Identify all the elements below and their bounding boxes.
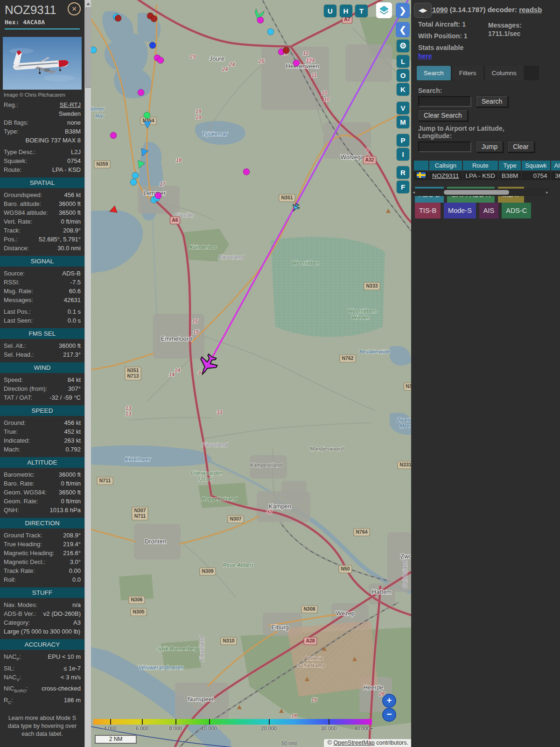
map-button-o[interactable]: O	[397, 69, 409, 82]
aircraft-marker[interactable]	[110, 132, 117, 139]
data-row: Ground:456 kt	[4, 418, 81, 427]
data-row: ADS-B Ver.:v2 (DO-260B)	[4, 609, 81, 618]
aircraft-marker[interactable]	[115, 15, 121, 21]
stats-here-link[interactable]: here	[418, 52, 432, 60]
jump-label: Jump to Airport or Latitude, Longitude:	[418, 125, 525, 140]
tab-search[interactable]: Search	[417, 66, 451, 80]
map-label: Zwolle	[400, 553, 411, 560]
svg-text:N309: N309	[202, 568, 213, 574]
map-label: Meer	[400, 423, 411, 429]
aircraft-marker[interactable]	[144, 112, 150, 119]
map-button-v[interactable]: V	[397, 102, 409, 114]
table-horizontal-scrollbar[interactable]: ◂ ▸	[411, 189, 550, 196]
aircraft-marker[interactable]	[257, 17, 264, 23]
map-label: 25	[258, 58, 265, 64]
aircraft-marker[interactable]	[149, 42, 156, 49]
clear-search-button[interactable]: Clear Search	[418, 110, 468, 121]
layers-button[interactable]	[376, 2, 392, 18]
row-value: 36000 ft	[59, 199, 81, 208]
aircraft-marker[interactable]	[155, 192, 161, 199]
road-shield: N308	[301, 606, 317, 613]
callsign-link[interactable]: NOZ9311	[432, 172, 459, 179]
hscroll-thumb[interactable]	[444, 190, 509, 195]
row-label: Source:	[4, 269, 25, 278]
col-header[interactable]: Alt. (ft)	[551, 161, 560, 170]
data-row: Distance:30.0 nmi	[4, 244, 81, 253]
aircraft-photo[interactable]	[3, 37, 82, 90]
map-label: 33	[217, 409, 223, 415]
zoom-in-button[interactable]: +	[382, 694, 396, 708]
row-label: DB flags:	[4, 118, 28, 127]
svg-text:N310: N310	[223, 638, 234, 643]
section-header-direction: DIRECTION	[0, 518, 84, 529]
map-button-p[interactable]: P	[397, 134, 409, 147]
jump-input[interactable]	[418, 141, 471, 152]
table-row[interactable]: NOZ9311LPA - KSDB38M075436000	[414, 171, 560, 180]
tab-columns[interactable]: Columns	[485, 66, 524, 80]
map-label: Uiterwaarden	[191, 470, 223, 476]
search-input[interactable]	[418, 96, 471, 107]
row-value: 186 m	[64, 696, 81, 707]
aircraft-marker[interactable]	[151, 15, 157, 22]
map-button-u[interactable]: U	[324, 5, 336, 17]
section-header-stuff: STUFF	[0, 587, 84, 598]
aircraft-marker[interactable]	[243, 169, 250, 175]
map-button-l[interactable]: L	[397, 55, 409, 68]
map-label: IJssel	[198, 476, 212, 482]
svg-text:N50: N50	[341, 566, 350, 571]
map-button-f[interactable]: F	[397, 181, 409, 193]
data-row: NACV:< 3 m/s	[4, 673, 81, 684]
aircraft-marker[interactable]	[267, 28, 274, 35]
expand-sidebar-button[interactable]: ❯	[396, 3, 410, 18]
settings-gear-button[interactable]: ⚙	[397, 40, 409, 52]
aircraft-marker[interactable]	[132, 172, 139, 179]
sidebar-width-toggle[interactable]: ◀▶	[414, 3, 432, 18]
badge-tis-b[interactable]: TIS-B	[415, 203, 441, 218]
map-button-i[interactable]: I	[397, 148, 409, 161]
left-panel-scrollbar[interactable]	[84, 0, 91, 747]
collapse-sidebar-button[interactable]: ❮	[396, 22, 410, 37]
map-button-k[interactable]: K	[397, 83, 409, 96]
map-button-h[interactable]: H	[340, 5, 352, 17]
data-row: Ground Track:208.9°	[4, 531, 81, 540]
aircraft-marker[interactable]	[293, 60, 300, 66]
col-header[interactable]: Callsign	[429, 161, 462, 170]
row-label: Groundspeed:	[4, 190, 42, 199]
close-icon[interactable]: ✕	[68, 2, 81, 15]
tab-filters[interactable]: Filters	[452, 66, 483, 80]
map-canvas[interactable]: JoureHeerenveenWolvegaLemmerEmmeloordKam…	[91, 0, 411, 747]
search-button[interactable]: Search	[476, 96, 508, 107]
badge-mode-s[interactable]: Mode-S	[444, 203, 476, 218]
aircraft-marker[interactable]	[138, 89, 144, 96]
aircraft-marker[interactable]	[91, 47, 97, 53]
svg-text:N331: N331	[399, 462, 411, 467]
row-value: L2J	[71, 148, 81, 156]
col-header[interactable]: Route	[463, 161, 498, 170]
hscroll-right-arrow-icon[interactable]: ▸	[546, 190, 548, 195]
map-button-r[interactable]: R	[397, 166, 409, 179]
row-value[interactable]: SE-RTJ	[60, 100, 81, 109]
map-button-t[interactable]: T	[355, 5, 368, 17]
legend-tick	[175, 719, 176, 725]
scroll-up-arrow-icon[interactable]	[86, 2, 90, 5]
badge-ads-c[interactable]: ADS-C	[502, 203, 531, 218]
jump-button[interactable]: Jump	[476, 141, 503, 152]
readsb-link[interactable]: readsb	[519, 6, 542, 14]
hscroll-left-arrow-icon[interactable]: ◂	[413, 190, 415, 195]
jump-clear-button[interactable]: Clear	[507, 141, 534, 152]
badge-ais[interactable]: AIS	[479, 203, 498, 218]
aircraft-marker[interactable]	[157, 57, 164, 63]
col-header[interactable]: Squawk	[522, 161, 550, 170]
map-button-m[interactable]: M	[397, 116, 409, 128]
map-label: Wolvega	[341, 154, 364, 161]
legend-label: 30 000	[321, 726, 337, 731]
aircraft-marker[interactable]	[130, 179, 137, 185]
col-header[interactable]: Type	[499, 161, 521, 170]
zoom-out-button[interactable]: −	[382, 708, 396, 722]
road-shield: N50	[339, 565, 352, 573]
data-row: Nav. Modes:n/a	[4, 600, 81, 609]
osm-link[interactable]: OpenStreetMap	[333, 740, 374, 746]
aircraft-marker[interactable]	[283, 47, 289, 54]
flag-sweden-icon	[417, 172, 426, 178]
col-header[interactable]	[414, 161, 428, 170]
